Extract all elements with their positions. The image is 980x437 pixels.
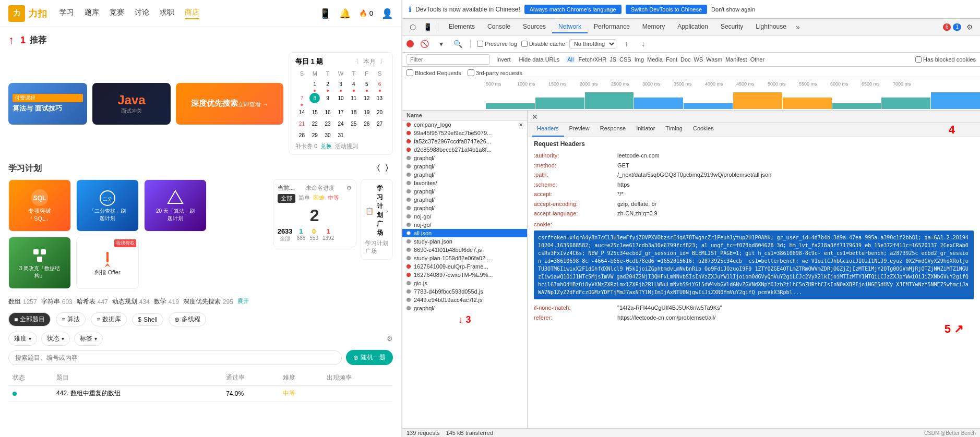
nav-shop[interactable]: 商店 bbox=[185, 8, 199, 19]
req-1627-1[interactable]: 1627641009-eulQrp-Frame... bbox=[402, 262, 527, 271]
search-network-icon[interactable]: 🔍 bbox=[451, 38, 464, 50]
req-company-logo[interactable]: company_logo ✕ bbox=[402, 120, 527, 129]
cal-day-13[interactable]: 13 bbox=[373, 93, 386, 106]
row-title[interactable]: 442. 数组中重复的数组 bbox=[52, 386, 204, 402]
req-study-plan[interactable]: study-plan.json bbox=[402, 237, 527, 246]
filter-shell-btn[interactable]: $ Shell bbox=[132, 313, 163, 326]
settings-icon[interactable]: ⚙ bbox=[963, 21, 976, 33]
network-filter-input[interactable] bbox=[407, 54, 490, 65]
detail-tab-preview[interactable]: Preview bbox=[564, 123, 595, 137]
filter-img[interactable]: Img bbox=[635, 56, 644, 63]
search-input[interactable] bbox=[8, 350, 342, 365]
req-7783[interactable]: 7783-d4b9fbcc593d055d.js bbox=[402, 287, 527, 296]
tab-elements[interactable]: Elements bbox=[443, 21, 481, 33]
cal-day-14[interactable]: 14 bbox=[295, 107, 308, 117]
detail-tab-headers[interactable]: Headers bbox=[532, 123, 564, 137]
plan-tab-simple[interactable]: 简单 bbox=[298, 194, 310, 203]
mobile-icon[interactable]: 📱 bbox=[319, 8, 331, 19]
tag-dp[interactable]: 动态规划 434 bbox=[112, 297, 150, 306]
plan-prev-btn[interactable]: 〈 bbox=[372, 163, 380, 174]
cal-day-18[interactable]: 18 bbox=[347, 107, 360, 117]
cal-day-4[interactable]: 4 bbox=[347, 79, 360, 92]
daily-prev[interactable]: 〈 bbox=[353, 57, 359, 66]
study-card-binsearch[interactable]: 二分 「二分查找」刷题计划 bbox=[76, 179, 139, 232]
filter-manifest[interactable]: Manifest bbox=[725, 56, 747, 63]
cal-day-15[interactable]: 15 bbox=[308, 107, 321, 117]
cal-day-20[interactable]: 20 bbox=[373, 107, 386, 117]
req-noj-go-2[interactable]: noj-go/ bbox=[402, 221, 527, 229]
device-icon[interactable]: 📱 bbox=[421, 21, 434, 33]
tab-console[interactable]: Console bbox=[481, 21, 517, 33]
disable-cache-input[interactable] bbox=[521, 41, 528, 47]
cal-day-5[interactable]: 5 bbox=[360, 79, 373, 92]
req-graphql-1[interactable]: graphql/ bbox=[402, 154, 527, 162]
filter-all[interactable]: All bbox=[566, 56, 575, 63]
detail-tab-cookies[interactable]: Cookies bbox=[688, 123, 719, 137]
match-language-btn[interactable]: Always match Chrome's language bbox=[524, 5, 622, 14]
third-party-check[interactable]: 3rd-party requests bbox=[468, 69, 522, 76]
hide-data-urls[interactable]: Hide data URLs bbox=[517, 56, 562, 63]
tab-memory[interactable]: Memory bbox=[636, 21, 671, 33]
plan-tab-medium[interactable]: 困难 bbox=[313, 194, 325, 203]
exchange-btn[interactable]: 兑换 bbox=[320, 142, 332, 150]
cal-day-2[interactable]: 2 bbox=[321, 79, 334, 92]
nav-discuss[interactable]: 讨论 bbox=[135, 8, 149, 19]
filter-db-btn[interactable]: ≡ 数据库 bbox=[91, 312, 127, 326]
inspect-icon[interactable]: ⬡ bbox=[407, 21, 419, 33]
rec-card-java[interactable]: Java 面试冲关 bbox=[92, 83, 171, 125]
plan-settings-icon[interactable]: ⚙ bbox=[346, 185, 352, 191]
tag-array[interactable]: 数组 1257 bbox=[8, 297, 37, 306]
plan-tab-all[interactable]: 全部 bbox=[278, 194, 295, 203]
study-card-algo20[interactable]: 20 天「算法」刷题计划 bbox=[144, 179, 207, 232]
dont-show-btn[interactable]: Don't show again bbox=[711, 6, 755, 13]
random-btn[interactable]: ⊕ 随机一题 bbox=[346, 350, 393, 365]
disable-cache-check[interactable]: Disable cache bbox=[521, 41, 565, 47]
tags-expand-btn[interactable]: 展开 bbox=[237, 297, 249, 306]
req-close-icon[interactable]: ✕ bbox=[519, 122, 523, 128]
third-party-input[interactable] bbox=[468, 69, 474, 76]
invert-filter[interactable]: Invert bbox=[494, 56, 513, 63]
req-gio[interactable]: gio.js bbox=[402, 279, 527, 287]
blocked-requests-check[interactable]: Blocked Requests bbox=[407, 69, 461, 76]
has-blocked-input[interactable] bbox=[915, 56, 922, 63]
filter-media[interactable]: Media bbox=[647, 56, 663, 63]
tab-more-btn[interactable]: » bbox=[793, 21, 803, 33]
cal-day-9[interactable]: 9 bbox=[321, 93, 334, 106]
tag-math[interactable]: 数学 419 bbox=[154, 297, 179, 306]
study-card-sword[interactable]: 我我授权 剑指 Offer bbox=[76, 237, 139, 289]
cal-day-1[interactable]: 1 bbox=[308, 79, 321, 92]
tab-network[interactable]: Network bbox=[552, 21, 588, 33]
req-graphql-3[interactable]: graphql/ bbox=[402, 171, 527, 179]
req-graphql-5[interactable]: graphql/ bbox=[402, 196, 527, 204]
req-graphql-6[interactable]: graphql/ bbox=[402, 204, 527, 212]
req-2449[interactable]: 2449.e94b019acc4ac7f2.js bbox=[402, 296, 527, 304]
filter-other[interactable]: Other bbox=[750, 56, 765, 63]
req-all-json[interactable]: all.json bbox=[402, 229, 527, 237]
notification-icon[interactable]: 🔔 bbox=[339, 8, 351, 19]
filter-fetch[interactable]: Fetch/XHR bbox=[578, 56, 606, 63]
tab-sources[interactable]: Sources bbox=[517, 21, 552, 33]
plan-next-btn[interactable]: 〉 bbox=[385, 163, 393, 174]
cal-day-17[interactable]: 17 bbox=[334, 107, 348, 117]
cal-day-10[interactable]: 10 bbox=[334, 93, 348, 106]
req-noj-go-1[interactable]: noj-go/ bbox=[402, 212, 527, 221]
difficulty-filter[interactable]: 难度 ▾ bbox=[8, 332, 37, 346]
nav-learn[interactable]: 学习 bbox=[59, 8, 74, 19]
req-item-3[interactable]: fa52c37e2967ccdfa8747e26... bbox=[402, 137, 527, 145]
export-icon[interactable]: ↓ bbox=[637, 38, 650, 50]
tags-filter[interactable]: 标签 ▾ bbox=[74, 332, 103, 346]
close-detail-icon[interactable]: ✕ bbox=[532, 113, 538, 121]
tag-dfs[interactable]: 深度优先搜索 295 bbox=[183, 297, 233, 306]
detail-tab-timing[interactable]: Timing bbox=[660, 123, 688, 137]
filter-settings-icon[interactable]: ⚙ bbox=[387, 335, 393, 343]
rec-card-algo[interactable]: 付费课程 算法与 面试技巧 bbox=[8, 83, 87, 125]
rec-card-dfs[interactable]: 深度优先搜索 立即查看 → bbox=[176, 83, 283, 125]
detail-tab-initiator[interactable]: Initiator bbox=[631, 123, 660, 137]
cal-day-3[interactable]: 3 bbox=[334, 79, 348, 92]
req-item-2[interactable]: 99a45f957529ef9ac7be5079... bbox=[402, 129, 527, 137]
filter-icon[interactable]: ▾ bbox=[435, 38, 447, 50]
cal-day-30[interactable]: 30 bbox=[321, 130, 334, 140]
filter-algo-btn[interactable]: ≡ 算法 bbox=[56, 312, 86, 326]
filter-all-btn[interactable]: ■ 全部题目 bbox=[8, 312, 51, 326]
filter-ws[interactable]: WS bbox=[694, 56, 703, 63]
